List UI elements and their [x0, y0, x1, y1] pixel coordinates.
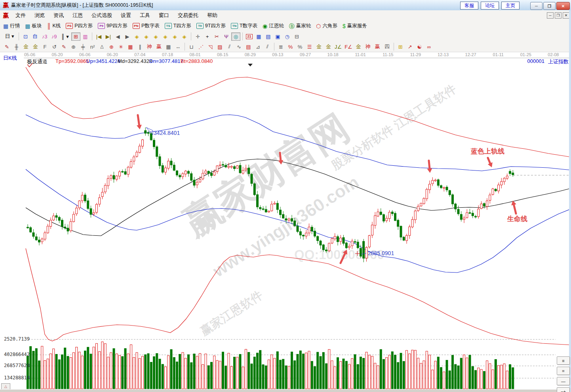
- prev-bar-icon[interactable]: ◀: [113, 32, 122, 41]
- scale-plus-button[interactable]: −+: [557, 387, 570, 392]
- si-angle-icon[interactable]: 四: [383, 43, 392, 51]
- gann-center-icon[interactable]: ◈: [180, 32, 189, 41]
- menu-item[interactable]: 浏览: [30, 12, 49, 19]
- info-list-icon[interactable]: 自: [30, 32, 40, 41]
- candle-style-dropdown[interactable]: ║ ▾: [59, 32, 71, 41]
- gann-wheel-button[interactable]: ◉江恩轮: [263, 23, 284, 29]
- scale-medium-button[interactable]: =: [557, 367, 570, 375]
- angle-a-icon[interactable]: ∆: [97, 43, 107, 51]
- draw-pen-icon[interactable]: ✎: [2, 43, 11, 51]
- h-expand-icon[interactable]: ↔: [173, 43, 183, 51]
- spiral-icon[interactable]: ↺: [50, 43, 59, 51]
- gold-grid2-icon[interactable]: 金: [31, 43, 40, 51]
- red-grid-icon[interactable]: ⊞: [71, 32, 80, 41]
- measure-icon[interactable]: ✂: [212, 32, 221, 41]
- taiji-icon[interactable]: ☯: [415, 43, 424, 51]
- price-grid-icon[interactable]: ▤: [244, 43, 253, 51]
- f-angle-icon[interactable]: F∠: [343, 43, 354, 51]
- gann-hswap-icon[interactable]: ◈: [151, 32, 160, 41]
- print-icon[interactable]: ⊟: [292, 32, 301, 41]
- star-burst-icon[interactable]: ✳: [116, 43, 126, 51]
- pane-toggle-button[interactable]: △: [1, 383, 10, 390]
- calculator-icon[interactable]: ▦: [254, 32, 263, 41]
- home-button[interactable]: 主页: [501, 2, 520, 9]
- menu-item[interactable]: 资讯: [49, 12, 68, 19]
- menu-item[interactable]: 工具: [135, 12, 154, 19]
- region-select-icon[interactable]: ⊡: [21, 32, 30, 41]
- brush-icon[interactable]: ✎: [59, 43, 69, 51]
- pause-lines-icon[interactable]: ∥: [135, 43, 145, 51]
- forum-button[interactable]: 论坛: [481, 2, 499, 9]
- circle-cross-icon[interactable]: ⊕: [69, 43, 78, 51]
- scale-small-button[interactable]: —: [557, 377, 570, 385]
- gann-expand-icon[interactable]: ◈: [170, 32, 179, 41]
- candlestick-chart[interactable]: 赢家财富网股票分析软件 江恩工具软件www.yingjia360.com赢家江恩…: [0, 63, 571, 392]
- gann-right-icon[interactable]: ◈: [142, 32, 151, 41]
- grid-arrow-icon[interactable]: ⊿: [253, 43, 263, 51]
- child-close-button[interactable]: ✕: [563, 12, 569, 19]
- last-bar-icon[interactable]: ▶|: [104, 32, 113, 41]
- shen-angle-icon[interactable]: 神: [364, 43, 373, 51]
- p-number-button[interactable]: PNP数字表: [133, 23, 160, 29]
- slant-lines-icon[interactable]: ⫽: [263, 43, 272, 51]
- notes-icon[interactable]: ▤: [264, 32, 273, 41]
- speed-fan-icon[interactable]: ⫽: [225, 43, 234, 51]
- percent-red-icon[interactable]: %: [286, 43, 295, 51]
- ying-angle-icon[interactable]: 赢: [373, 43, 382, 51]
- ai-brain-icon[interactable]: ◎: [231, 32, 240, 41]
- next-bar-icon[interactable]: ▶: [123, 32, 132, 41]
- net-box-icon[interactable]: ▨: [215, 43, 225, 51]
- gold-circle-icon[interactable]: 金: [314, 43, 324, 51]
- ruler-lines-icon[interactable]: ╪: [78, 43, 88, 51]
- winner-service-button[interactable]: $赢家服务: [343, 23, 367, 29]
- child-minimize-button[interactable]: ─: [547, 12, 554, 19]
- scale-large-button[interactable]: ≡: [557, 356, 570, 365]
- minimize-button[interactable]: ─: [530, 2, 542, 10]
- close-button[interactable]: ✕: [556, 2, 570, 10]
- ying-tool-icon[interactable]: 赢: [154, 43, 164, 51]
- winner-wheel-button[interactable]: Ⓑ赢家轮: [289, 23, 311, 29]
- gold-lines-icon[interactable]: 金: [324, 43, 333, 51]
- child-maximize-button[interactable]: ❐: [555, 12, 561, 19]
- p-square-button[interactable]: PSP四方形: [66, 23, 93, 29]
- zigzag-icon[interactable]: ∿: [234, 43, 244, 51]
- box-tool-icon[interactable]: ⊔: [187, 43, 196, 51]
- red-fan-icon[interactable]: ⋰: [196, 43, 206, 51]
- first-bar-icon[interactable]: |◀: [94, 32, 103, 41]
- p9-square-button[interactable]: P99P四方形: [98, 23, 128, 29]
- p3-cycle-icon[interactable]: ♪3: [40, 32, 49, 41]
- percent-lines-icon[interactable]: ☰: [305, 43, 314, 51]
- yellow-grid-icon[interactable]: ⊞: [396, 43, 405, 51]
- target-icon[interactable]: ⊕: [107, 43, 116, 51]
- shen-tool-icon[interactable]: 神: [145, 43, 154, 51]
- j-angle-icon[interactable]: J∠: [333, 43, 343, 51]
- menu-item[interactable]: 设置: [116, 12, 135, 19]
- menu-item[interactable]: 公式选股: [87, 12, 116, 19]
- t-square-button[interactable]: TST四方形: [165, 23, 191, 29]
- trend-chart-icon[interactable]: ↗: [405, 43, 415, 51]
- support-button[interactable]: 客服: [460, 2, 478, 9]
- save-icon[interactable]: ▣: [273, 32, 282, 41]
- period-day-dropdown[interactable]: 日 ▾: [2, 32, 17, 41]
- menu-item[interactable]: 帮助: [203, 12, 222, 19]
- quotes-button[interactable]: ▦行情: [3, 23, 20, 29]
- percent-icon[interactable]: %: [295, 43, 305, 51]
- maximize-button[interactable]: ❐: [543, 2, 556, 10]
- gann-grid-lines-icon[interactable]: ╫: [12, 43, 21, 51]
- crosshair-icon[interactable]: +: [203, 32, 212, 41]
- menu-item[interactable]: 文件: [11, 12, 30, 19]
- p9-cycle-icon[interactable]: ♪9: [49, 32, 59, 41]
- menu-item[interactable]: 窗口: [154, 12, 173, 19]
- hexagon-button[interactable]: ⬡六角形: [316, 23, 337, 29]
- gann-compress-icon[interactable]: ◈: [161, 32, 170, 41]
- kline-button[interactable]: ║K线: [47, 23, 61, 29]
- color-histogram-icon[interactable]: ▥: [81, 32, 90, 41]
- fibo-lines-icon[interactable]: F: [40, 43, 49, 51]
- square-grid-icon[interactable]: ▦: [126, 43, 135, 51]
- t9-square-button[interactable]: T99T四方形: [196, 23, 226, 29]
- t-number-button[interactable]: TNT数字表: [231, 23, 257, 29]
- gold-grid-icon[interactable]: 金: [21, 43, 30, 51]
- black-grid-icon[interactable]: ▦: [164, 43, 173, 51]
- gann-left-icon[interactable]: ◈: [132, 32, 141, 41]
- gold-angle-icon[interactable]: 金: [354, 43, 363, 51]
